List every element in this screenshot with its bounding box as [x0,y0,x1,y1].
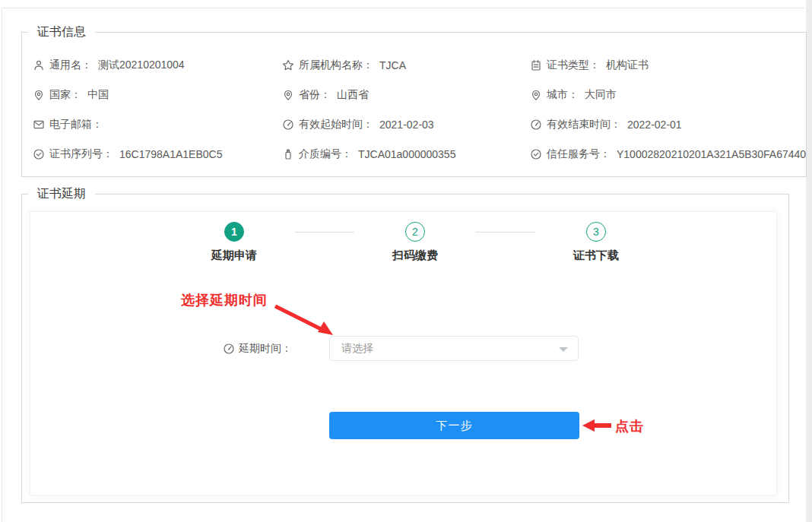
step-2-label: 扫码缴费 [392,248,438,263]
email-icon [33,119,45,131]
field-label: 城市： [547,88,579,102]
user-icon [33,59,45,71]
certificate-info-title: 证书信息 [28,24,95,40]
cert-field: 国家：中国 [33,80,282,109]
cert-field: 省份：山西省 [282,80,530,109]
vertical-scrollbar[interactable] [806,0,812,522]
click-arrow-icon [582,419,611,432]
usb-icon [282,148,294,160]
renewal-card: 1 延期申请 2 扫码缴费 3 证书下载 选择延期时间 延期时间： 请选择 下一… [30,211,777,495]
location-icon [33,89,45,101]
field-value: 山西省 [337,88,369,102]
field-label: 通用名： [49,59,92,72]
step-2-circle: 2 [405,222,425,242]
step-connector [295,232,354,233]
step-3-circle: 3 [586,222,606,242]
certificate-info-panel: 证书信息 通用名：测试20210201004所属机构名称：TJCA证书类型：机构… [21,24,807,177]
select-placeholder: 请选择 [341,342,373,356]
certificate-info-grid: 通用名：测试20210201004所属机构名称：TJCA证书类型：机构证书国家：… [22,40,806,169]
field-label: 有效结束时间： [547,118,621,131]
field-value: 中国 [87,88,109,102]
step-1-circle: 1 [224,222,244,242]
cert-field: 证书类型：机构证书 [530,50,806,80]
certificate-icon [530,59,542,71]
field-value: 2022-02-01 [627,119,682,131]
field-label: 证书序列号： [49,147,113,161]
field-label: 信任服务号： [547,147,611,161]
cert-field: 所属机构名称：TJCA [282,50,530,80]
field-label: 省份： [299,88,331,102]
chevron-down-icon [559,347,568,352]
certificate-renewal-title: 证书延期 [28,185,95,202]
field-value: TJCA [379,59,406,71]
badge-check-icon [530,148,542,160]
location-icon [282,89,294,101]
click-hint-annotation: 点击 [615,417,644,435]
star-icon [282,59,294,71]
field-value: 2021-02-03 [379,119,434,131]
field-value: TJCA01a000000355 [358,148,455,160]
cert-field: 有效结束时间：2022-02-01 [530,109,806,139]
step-3-label: 证书下载 [573,248,619,263]
cert-field: 有效起始时间：2021-02-03 [282,109,530,139]
field-value: 16C1798A1A1EB0C5 [119,148,222,160]
step-1-label: 延期申请 [211,248,257,263]
next-step-button[interactable]: 下一步 [329,412,579,439]
step-scan-pay: 2 扫码缴费 [354,222,476,263]
location-icon [530,89,542,101]
field-value: 测试20210201004 [98,59,185,72]
renewal-time-select[interactable]: 请选择 [329,336,579,361]
cert-field: 城市：大同市 [530,80,806,109]
step-cert-download: 3 证书下载 [535,222,657,263]
steps-wizard: 1 延期申请 2 扫码缴费 3 证书下载 [173,222,657,263]
renewal-time-label: 延期时间： [30,336,292,361]
field-label: 国家： [49,88,81,102]
step-connector [476,232,535,233]
field-value: Y10002820210201A321A5B30FA67440 [617,148,806,160]
cert-field: 通用名：测试20210201004 [33,50,282,80]
cert-field: 信任服务号：Y10002820210201A321A5B30FA67440 [530,139,806,169]
badge-check-icon [33,148,45,160]
field-label: 介质编号： [299,147,352,161]
cert-field: 介质编号：TJCA01a000000355 [282,139,530,169]
clock-icon [223,343,235,355]
field-label: 电子邮箱： [49,118,103,131]
select-hint-annotation: 选择延期时间 [181,291,268,309]
field-label: 证书类型： [547,59,600,72]
field-label: 有效起始时间： [299,118,373,131]
field-label: 所属机构名称： [299,59,373,72]
clock-icon [282,119,294,131]
field-value: 机构证书 [606,59,649,72]
cert-field: 证书序列号：16C1798A1A1EB0C5 [33,139,282,169]
step-renewal-application: 1 延期申请 [173,222,295,263]
clock-icon [530,119,542,131]
renewal-time-label-text: 延期时间： [239,342,292,356]
cert-field: 电子邮箱： [33,109,282,139]
field-value: 大同市 [585,88,617,102]
